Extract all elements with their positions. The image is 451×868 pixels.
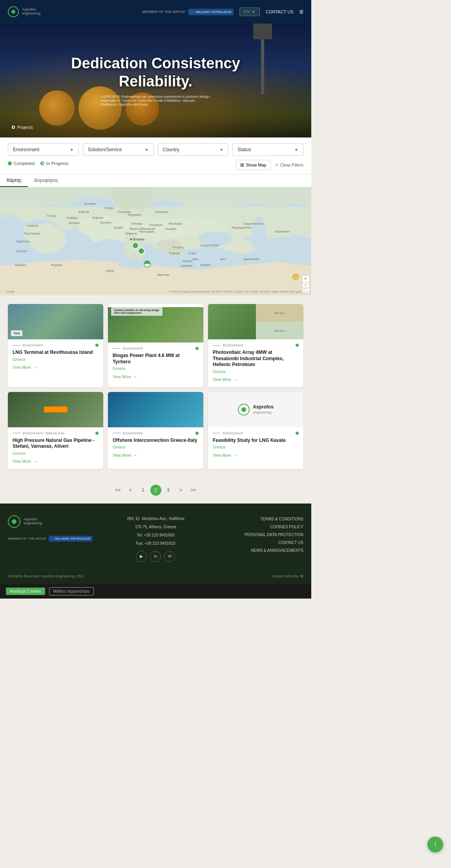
linkedin-button[interactable]: in — [150, 551, 161, 562]
pagination-page-1[interactable]: 1 — [138, 485, 149, 496]
hero-content: Dedication Consistency Reliability. ASPR… — [71, 55, 240, 106]
environment-arrow-icon: ▼ — [70, 148, 74, 152]
svg-point-3 — [252, 217, 266, 244]
status-dot-1 — [95, 344, 99, 347]
svg-text:Γαλλία: Γαλλία — [47, 214, 57, 218]
project-category-1: Environment — [13, 343, 99, 347]
hero-title: Dedication Consistency Reliability. — [71, 55, 240, 90]
svg-text:★ Ελλάδα: ★ Ελλάδα — [130, 238, 144, 241]
project-country-4: Greece — [13, 451, 99, 456]
svg-text:Ιράν: Ιράν — [220, 257, 226, 261]
contact-link[interactable]: CONTACT US — [210, 539, 303, 547]
cookies-link[interactable]: COOKIES POLICY — [210, 523, 303, 531]
filter-row: Environment ▼ Solution/Service ▼ Country… — [8, 143, 303, 156]
pagination-prev[interactable]: < — [125, 485, 136, 496]
pagination-page-3[interactable]: 3 — [163, 485, 174, 496]
svg-text:Αλβανία: Αλβανία — [126, 232, 137, 235]
svg-text:+: + — [304, 276, 307, 282]
map-display[interactable]: Γαλλία Πορτογαλία Ισπανία Ελβετία Ελβενί… — [0, 187, 311, 295]
project-card-5: Environment Offshore Interconnection Gre… — [108, 392, 203, 469]
map-tabs: Χάρτης Δορυφόρος — [0, 174, 311, 187]
completed-legend: Completed — [8, 161, 35, 166]
status-filter[interactable]: Status ▼ — [232, 143, 303, 156]
svg-text:Βουλγαρία: Βουλγαρία — [139, 230, 154, 233]
view-more-6[interactable]: View More → — [213, 452, 299, 458]
terms-link[interactable]: TERMS & CONDITIONS — [210, 515, 303, 523]
pagination-next[interactable]: > — [175, 485, 186, 496]
footer-grid: Asprofos engineering MEMBER OF THE GROUP… — [8, 515, 303, 562]
pagination-page-2[interactable]: 2 — [150, 485, 161, 496]
member-group: MEMBER OF THE GROUP ⬡ HELLENIC PETROLEUM — [142, 9, 233, 15]
project-card-4: Environment / Natural Gas High Pressure … — [8, 392, 103, 469]
pagination-first[interactable]: << — [113, 485, 124, 496]
tab-satellite[interactable]: Δορυφόρος — [28, 174, 65, 187]
project-title-6: Feasibility Study for LNG Kavala — [213, 438, 299, 444]
country-arrow-icon: ▼ — [219, 148, 223, 152]
svg-text:Αζερμπαϊτζάν: Αζερμπαϊτζάν — [200, 244, 219, 247]
solution-filter[interactable]: Solution/Service ▼ — [83, 143, 154, 156]
view-more-2[interactable]: View More → — [113, 374, 199, 379]
data-protection-link[interactable]: PERSONAL DATA PROTECTION — [210, 531, 303, 539]
svg-text:Τουρκμενιστάν: Τουρκμενιστάν — [232, 226, 252, 229]
pagination-last[interactable]: >> — [188, 485, 199, 496]
project-title-1: LNG Terminal at Revithoussa Island — [13, 350, 99, 356]
svg-text:Μονακό: Μονακό — [69, 221, 80, 225]
hero-section: Dedication Consistency Reliability. ASPR… — [0, 24, 311, 137]
tab-map[interactable]: Χάρτης — [0, 174, 28, 187]
environment-filter[interactable]: Environment ▼ — [8, 143, 79, 156]
svg-text:Γιβραλτάρ: Γιβραλτάρ — [16, 240, 30, 243]
svg-text:Κύπρος: Κύπρος — [173, 245, 184, 249]
contact-button[interactable]: CONTACT US — [266, 9, 294, 14]
footer-logo-section: Asprofos engineering MEMBER OF THE GROUP… — [8, 515, 101, 562]
project-category-3: Environment — [213, 343, 299, 347]
svg-text:Τυνησία: Τυνησία — [16, 249, 27, 253]
projects-grid: Tank Environment LNG Terminal at Revitho… — [8, 304, 303, 469]
project-body-6: Environment Feasibility Study for LNG Ka… — [208, 427, 303, 463]
svg-text:Ιορδανία: Ιορδανία — [181, 264, 193, 267]
cookie-accept-button[interactable]: Αποδοχή Cookies — [6, 588, 45, 595]
project-card-1: Tank Environment LNG Terminal at Revitho… — [8, 304, 103, 387]
youtube-button[interactable]: ▶ — [136, 551, 147, 562]
arrow-right-icon-3: → — [233, 377, 237, 383]
project-country-1: Greece — [13, 357, 99, 362]
project-img-2: Sanitary facilities of unit using sludge… — [108, 307, 203, 342]
logo-icon — [8, 6, 19, 17]
email-button[interactable]: ✉ — [164, 551, 175, 562]
project-title-2: Biogas Power Plant 4.6 MW at Tychero — [113, 353, 199, 365]
project-img-1: Tank — [8, 304, 103, 339]
country-filter[interactable]: Country ▼ — [158, 143, 229, 156]
svg-point-45 — [132, 242, 139, 249]
footer: Asprofos engineering MEMBER OF THE GROUP… — [0, 504, 311, 584]
svg-text:Ουζμπεκιστάν: Ουζμπεκιστάν — [243, 222, 263, 225]
project-img-6: Asprofosengineering — [208, 392, 303, 427]
projects-link[interactable]: Projects — [12, 125, 33, 130]
arrow-right-icon-5: → — [133, 452, 137, 458]
arrow-right-icon-2: → — [133, 374, 137, 379]
logo[interactable]: Asprofos engineering — [8, 6, 40, 17]
show-map-button[interactable]: ⊞ Show Map — [236, 160, 271, 170]
menu-icon[interactable]: ≡ — [299, 8, 303, 16]
status-dot-4 — [95, 432, 99, 435]
project-body-1: Environment LNG Terminal at Revithoussa … — [8, 339, 103, 375]
view-more-3[interactable]: View More → — [213, 377, 299, 383]
view-more-4[interactable]: View More → — [13, 459, 99, 464]
header-right: MEMBER OF THE GROUP ⬡ HELLENIC PETROLEUM… — [142, 7, 303, 16]
footer-logo[interactable]: Asprofos engineering — [8, 515, 101, 528]
cookie-more-button[interactable]: Μάθετε περισσότερα — [49, 587, 94, 595]
project-card-6: Asprofosengineering Environment Feasibil… — [208, 392, 303, 469]
news-link[interactable]: NEWS & ANNOUNCEMENTS — [210, 547, 303, 555]
svg-text:Ουκρανία: Ουκρανία — [155, 210, 169, 214]
language-selector[interactable]: EN ▼ — [239, 7, 260, 16]
view-more-1[interactable]: View More → — [13, 365, 99, 370]
status-dot-3 — [296, 344, 299, 347]
copyright: All Rights Reserved. Asprofos Engineerin… — [8, 574, 84, 578]
footer-links: TERMS & CONDITIONS COOKIES POLICY PERSON… — [210, 515, 303, 562]
project-category-2: Environment — [113, 346, 199, 350]
footer-bottom: All Rights Reserved. Asprofos Engineerin… — [8, 570, 303, 578]
svg-text:© 2022 Δεδομένα χάρτη Δεδομένα: © 2022 Δεδομένα χάρτη Δεδομένα DE BKG (©… — [169, 290, 305, 293]
view-more-5[interactable]: View More → — [113, 452, 199, 458]
footer-logo-text: Asprofos engineering — [24, 518, 42, 526]
svg-text:Πορτογαλία: Πορτογαλία — [24, 232, 40, 235]
filter-second-row: Completed In Progress ⊞ Show Map ✕ Clear… — [8, 160, 303, 170]
clear-filters-button[interactable]: ✕ Clear Filters — [275, 163, 303, 168]
